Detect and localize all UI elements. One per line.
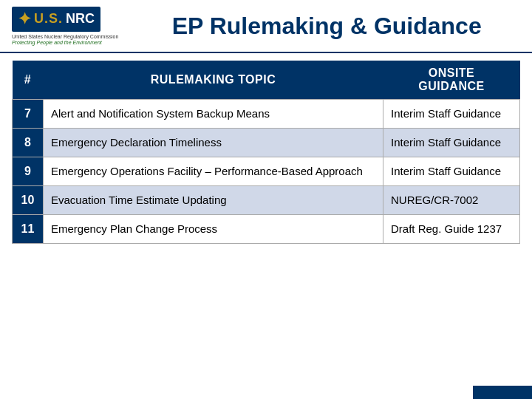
logo-box: ✦ U.S. NRC <box>12 7 100 32</box>
table-row: 11Emergency Plan Change ProcessDraft Reg… <box>13 215 520 244</box>
row-topic: Emergency Operations Facility – Performa… <box>44 157 383 186</box>
row-topic: Emergency Declaration Timeliness <box>44 129 383 157</box>
row-guidance: Draft Reg. Guide 1237 <box>383 215 520 244</box>
logo-nrc-text: NRC <box>66 11 95 27</box>
logo-subtitle: United States Nuclear Regulatory Commiss… <box>12 33 118 40</box>
row-guidance: NUREG/CR-7002 <box>383 186 520 215</box>
row-number: 9 <box>13 157 44 186</box>
footer-bar <box>473 386 532 399</box>
table-row: 8Emergency Declaration TimelinessInterim… <box>13 129 520 157</box>
row-guidance: Interim Staff Guidance <box>383 100 520 129</box>
rulemaking-table: # RULEMAKING TOPIC ONSITE GUIDANCE 7Aler… <box>12 61 520 244</box>
logo-area: ✦ U.S. NRC United States Nuclear Regulat… <box>12 7 118 45</box>
logo-tagline: Protecting People and the Environment <box>12 40 102 45</box>
col-num: # <box>13 61 44 100</box>
row-guidance: Interim Staff Guidance <box>383 129 520 157</box>
row-guidance: Interim Staff Guidance <box>383 157 520 186</box>
row-number: 8 <box>13 129 44 157</box>
row-topic: Evacuation Time Estimate Updating <box>44 186 383 215</box>
table-row: 10Evacuation Time Estimate UpdatingNUREG… <box>13 186 520 215</box>
row-number: 7 <box>13 100 44 129</box>
header: ✦ U.S. NRC United States Nuclear Regulat… <box>0 0 532 53</box>
table-row: 7Alert and Notification System Backup Me… <box>13 100 520 129</box>
logo-star-icon: ✦ <box>18 10 31 29</box>
row-topic: Emergency Plan Change Process <box>44 215 383 244</box>
row-number: 10 <box>13 186 44 215</box>
col-guidance: ONSITE GUIDANCE <box>383 61 520 100</box>
table-container: # RULEMAKING TOPIC ONSITE GUIDANCE 7Aler… <box>0 53 532 251</box>
row-topic: Alert and Notification System Backup Mea… <box>44 100 383 129</box>
page-title: EP Rulemaking & Guidance <box>133 13 520 40</box>
logo-us-text: U.S. <box>34 11 63 27</box>
table-header-row: # RULEMAKING TOPIC ONSITE GUIDANCE <box>13 61 520 100</box>
col-topic: RULEMAKING TOPIC <box>44 61 383 100</box>
row-number: 11 <box>13 215 44 244</box>
table-row: 9Emergency Operations Facility – Perform… <box>13 157 520 186</box>
